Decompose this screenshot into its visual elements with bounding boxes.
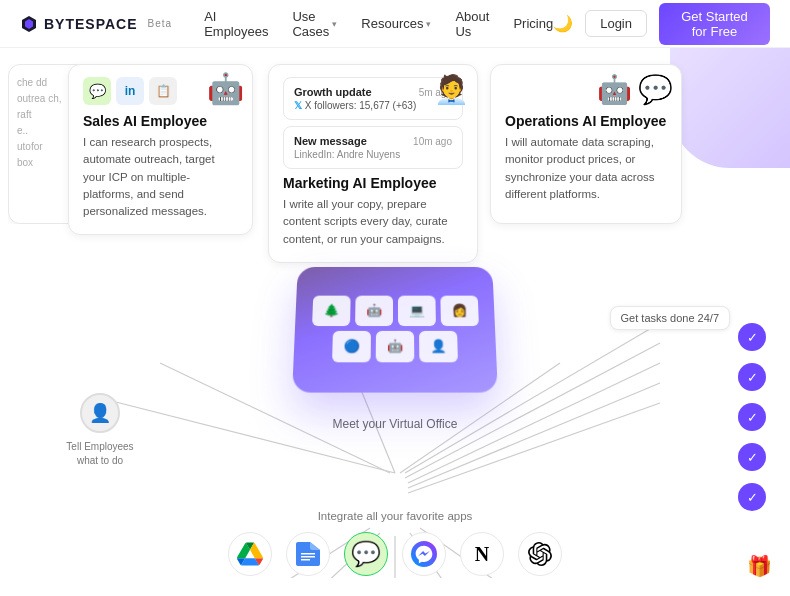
extra-icon: 📋: [149, 77, 177, 105]
navigation: BYTESPACE Beta AI Employees Use Cases▾ R…: [0, 0, 790, 48]
virtual-office-label: Meet your Virtual Office: [275, 417, 515, 431]
dark-mode-toggle[interactable]: 🌙: [553, 14, 573, 33]
get-started-button[interactable]: Get Started for Free: [659, 3, 770, 45]
nav-actions: 🌙 Login Get Started for Free: [553, 3, 770, 45]
new-msg-sub: LinkedIn: Andre Nuyens: [294, 149, 452, 160]
nav-about[interactable]: About Us: [455, 9, 489, 39]
messenger-integration-icon[interactable]: [402, 532, 446, 576]
nav-resources[interactable]: Resources▾: [361, 16, 431, 31]
desk-2: 🤖: [355, 295, 393, 325]
openai-integration-icon[interactable]: [518, 532, 562, 576]
new-msg-time: 10m ago: [413, 136, 452, 147]
growth-notif-title: Growth update: [294, 86, 372, 98]
desk-4: 👩: [440, 295, 479, 325]
whatsapp-integration-icon[interactable]: 💬: [344, 532, 388, 576]
svg-rect-17: [301, 556, 315, 558]
ops-card-title: Operations AI Employee: [505, 113, 667, 129]
ops-card-desc: I will automate data scraping, monitor p…: [505, 134, 667, 203]
notion-integration-icon[interactable]: N: [460, 532, 504, 576]
desk-7: 👤: [419, 330, 458, 361]
x-icon: 𝕏: [294, 100, 302, 111]
notif-header-2: New message 10m ago: [294, 135, 452, 147]
ops-icons: 🤖 💬: [597, 73, 673, 106]
desk-3: 💻: [397, 295, 435, 325]
nav-ai-employees[interactable]: AI Employees: [204, 9, 268, 39]
growth-notif-body: 𝕏 X followers: 15,677 (+63): [294, 100, 452, 111]
new-message-notification: New message 10m ago LinkedIn: Andre Nuye…: [283, 126, 463, 169]
marketing-card-desc: I write all your copy, prepare content s…: [283, 196, 463, 248]
purple-accent-decoration: [670, 48, 790, 168]
integrations-label: Integrate all your favorite apps: [318, 510, 473, 522]
ops-avatar-emoji2: 💬: [638, 73, 673, 106]
new-msg-title: New message: [294, 135, 367, 147]
sales-card-title: Sales AI Employee: [83, 113, 238, 129]
check-4: ✓: [738, 443, 766, 471]
get-tasks-label: Get tasks done 24/7: [610, 306, 730, 330]
desk-1: 🌲: [312, 295, 351, 325]
tell-employees-label: Tell Employees what to do: [66, 440, 134, 468]
marketing-card: Growth update 5m ago 𝕏 X followers: 15,6…: [268, 64, 478, 263]
svg-rect-16: [301, 553, 315, 555]
whatsapp-icon: 💬: [83, 77, 111, 105]
sales-card-desc: I can research prospects, automate outre…: [83, 134, 238, 220]
integrations-section: Integrate all your favorite apps: [0, 510, 790, 576]
desk-5: 🔵: [332, 330, 371, 361]
virtual-office-section: 🌲 🤖 💻 👩 🔵 🤖 👤 Meet your Virtual Office: [275, 263, 515, 431]
office-platform-container: 🌲 🤖 💻 👩 🔵 🤖 👤: [275, 263, 515, 413]
nav-links: AI Employees Use Cases▾ Resources▾ About…: [204, 9, 553, 39]
linkedin-icon: in: [116, 77, 144, 105]
office-isometric-platform: 🌲 🤖 💻 👩 🔵 🤖 👤: [292, 267, 498, 393]
notif-header-1: Growth update 5m ago: [294, 86, 452, 98]
main-content: che ddoutrea ch,rafte..utoforbox 💬 in 📋 …: [0, 48, 790, 596]
check-items: ✓ ✓ ✓ ✓ ✓: [738, 323, 766, 511]
integration-icons-row: 💬 N: [228, 532, 562, 576]
check-3: ✓: [738, 403, 766, 431]
marketing-card-title: Marketing AI Employee: [283, 175, 463, 191]
svg-rect-18: [301, 559, 310, 561]
user-avatar-circle[interactable]: 👤: [80, 393, 120, 433]
nav-use-cases[interactable]: Use Cases▾: [292, 9, 337, 39]
sales-card: 💬 in 📋 🤖 Sales AI Employee I can researc…: [68, 64, 253, 235]
desk-6: 🤖: [376, 330, 415, 361]
marketing-avatar: 🧑‍💼: [434, 73, 469, 106]
check-5: ✓: [738, 483, 766, 511]
check-1: ✓: [738, 323, 766, 351]
gift-icon[interactable]: 🎁: [747, 554, 772, 578]
svg-point-19: [411, 541, 437, 567]
google-drive-icon[interactable]: [228, 532, 272, 576]
logo[interactable]: BYTESPACE Beta: [20, 15, 172, 33]
nav-pricing[interactable]: Pricing: [513, 16, 553, 31]
sales-robot-avatar: 🤖: [207, 71, 244, 106]
google-docs-icon[interactable]: [286, 532, 330, 576]
check-2: ✓: [738, 363, 766, 391]
ops-avatar-emoji: 🤖: [597, 73, 632, 106]
operations-card: 🤖 💬 Operations AI Employee I will automa…: [490, 64, 682, 224]
login-button[interactable]: Login: [585, 10, 647, 37]
